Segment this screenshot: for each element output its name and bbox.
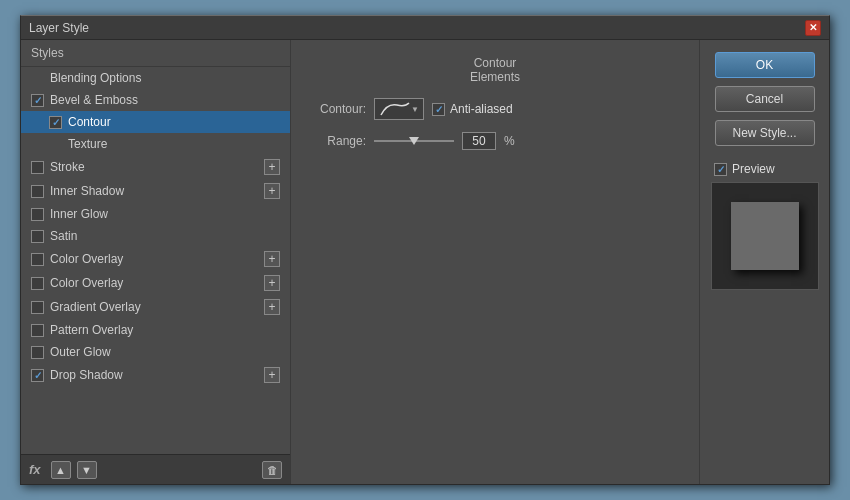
panel-footer: fx ▲ ▼ 🗑 [21, 454, 290, 484]
new-style-button[interactable]: New Style... [715, 120, 815, 146]
layer-label-drop-shadow: Drop Shadow [50, 368, 123, 382]
layer-label-texture: Texture [68, 137, 107, 151]
contour-label: Contour: [311, 102, 366, 116]
right-panel: OK Cancel New Style... Preview [699, 40, 829, 484]
layer-label-blending-options: Blending Options [50, 71, 141, 85]
move-up-button[interactable]: ▲ [51, 461, 71, 479]
ok-button[interactable]: OK [715, 52, 815, 78]
checkbox-inner-glow[interactable] [31, 208, 44, 221]
checkbox-pattern-overlay[interactable] [31, 324, 44, 337]
middle-panel: Contour Elements Contour: ▼ [291, 40, 699, 484]
checkbox-drop-shadow[interactable] [31, 369, 44, 382]
layers-list: Styles Blending OptionsBevel & EmbossCon… [21, 40, 290, 454]
preview-section: Preview [710, 162, 819, 290]
anti-aliased-label: Anti-aliased [450, 102, 513, 116]
dialog-body: Styles Blending OptionsBevel & EmbossCon… [21, 40, 829, 484]
layer-label-color-overlay-1: Color Overlay [50, 252, 123, 266]
sidebar-item-inner-glow[interactable]: Inner Glow [21, 203, 290, 225]
sidebar-item-texture[interactable]: Texture [21, 133, 290, 155]
checkbox-contour[interactable] [49, 116, 62, 129]
slider-thumb [409, 137, 419, 145]
checkbox-bevel-emboss[interactable] [31, 94, 44, 107]
checkbox-stroke[interactable] [31, 161, 44, 174]
add-btn-stroke[interactable]: + [264, 159, 280, 175]
sidebar-item-pattern-overlay[interactable]: Pattern Overlay [21, 319, 290, 341]
contour-row: Contour: ▼ Anti-aliased [311, 98, 679, 120]
add-btn-color-overlay-2[interactable]: + [264, 275, 280, 291]
left-panel: Styles Blending OptionsBevel & EmbossCon… [21, 40, 291, 484]
sidebar-item-contour[interactable]: Contour [21, 111, 290, 133]
layer-label-inner-glow: Inner Glow [50, 207, 108, 221]
range-slider[interactable] [374, 134, 454, 148]
checkbox-inner-shadow[interactable] [31, 185, 44, 198]
title-bar: Layer Style ✕ [21, 16, 829, 40]
anti-aliased-row: Anti-aliased [432, 102, 513, 116]
move-down-button[interactable]: ▼ [77, 461, 97, 479]
sidebar-item-outer-glow[interactable]: Outer Glow [21, 341, 290, 363]
sidebar-item-drop-shadow[interactable]: Drop Shadow+ [21, 363, 290, 387]
layer-label-stroke: Stroke [50, 160, 85, 174]
dialog-title: Layer Style [29, 21, 89, 35]
sidebar-item-stroke[interactable]: Stroke+ [21, 155, 290, 179]
preview-square [731, 202, 799, 270]
layer-label-contour: Contour [68, 115, 111, 129]
contour-dropdown-arrow: ▼ [411, 105, 419, 114]
range-slider-container: 50 % [374, 132, 515, 150]
add-btn-drop-shadow[interactable]: + [264, 367, 280, 383]
range-row: Range: 50 % [311, 132, 679, 150]
layer-label-inner-shadow: Inner Shadow [50, 184, 124, 198]
slider-track [374, 140, 454, 142]
sidebar-item-gradient-overlay[interactable]: Gradient Overlay+ [21, 295, 290, 319]
percent-label: % [504, 134, 515, 148]
layer-label-satin: Satin [50, 229, 77, 243]
cancel-button[interactable]: Cancel [715, 86, 815, 112]
layer-label-outer-glow: Outer Glow [50, 345, 111, 359]
add-btn-inner-shadow[interactable]: + [264, 183, 280, 199]
anti-aliased-checkbox[interactable] [432, 103, 445, 116]
layer-label-bevel-emboss: Bevel & Emboss [50, 93, 138, 107]
checkbox-outer-glow[interactable] [31, 346, 44, 359]
add-btn-color-overlay-1[interactable]: + [264, 251, 280, 267]
add-btn-gradient-overlay[interactable]: + [264, 299, 280, 315]
styles-header: Styles [21, 40, 290, 67]
sidebar-item-inner-shadow[interactable]: Inner Shadow+ [21, 179, 290, 203]
preview-row: Preview [710, 162, 819, 176]
layer-label-gradient-overlay: Gradient Overlay [50, 300, 141, 314]
layer-label-color-overlay-2: Color Overlay [50, 276, 123, 290]
contour-picker[interactable]: ▼ [374, 98, 424, 120]
checkbox-color-overlay-2[interactable] [31, 277, 44, 290]
layer-style-dialog: Layer Style ✕ Styles Blending OptionsBev… [20, 15, 830, 485]
svg-rect-0 [379, 101, 411, 117]
preview-label: Preview [732, 162, 775, 176]
sidebar-item-satin[interactable]: Satin [21, 225, 290, 247]
close-button[interactable]: ✕ [805, 20, 821, 36]
range-value[interactable]: 50 [462, 132, 496, 150]
fx-label: fx [29, 462, 41, 477]
delete-button[interactable]: 🗑 [262, 461, 282, 479]
checkbox-gradient-overlay[interactable] [31, 301, 44, 314]
sidebar-item-color-overlay-1[interactable]: Color Overlay+ [21, 247, 290, 271]
preview-checkbox[interactable] [714, 163, 727, 176]
sidebar-item-color-overlay-2[interactable]: Color Overlay+ [21, 271, 290, 295]
section-title: Contour Elements [311, 56, 679, 84]
sidebar-item-blending-options[interactable]: Blending Options [21, 67, 290, 89]
range-label: Range: [311, 134, 366, 148]
checkbox-satin[interactable] [31, 230, 44, 243]
sidebar-item-bevel-emboss[interactable]: Bevel & Emboss [21, 89, 290, 111]
contour-preview-thumbnail [379, 101, 411, 117]
layer-label-pattern-overlay: Pattern Overlay [50, 323, 133, 337]
preview-canvas [711, 182, 819, 290]
checkbox-color-overlay-1[interactable] [31, 253, 44, 266]
